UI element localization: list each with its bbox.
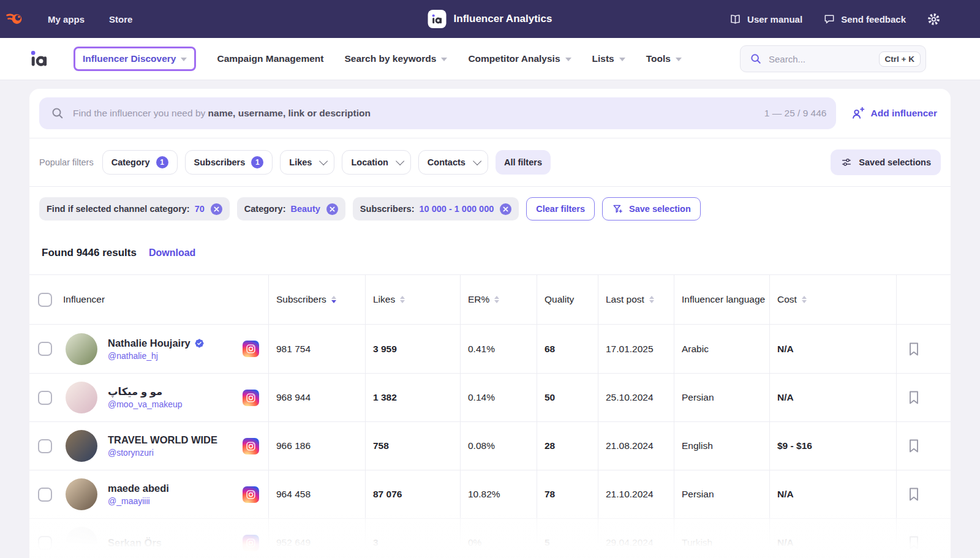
nav-item-lists[interactable]: Lists bbox=[592, 53, 625, 64]
cell-er: 0.41% bbox=[460, 325, 537, 373]
influencer-name[interactable]: مو و ميكاپ bbox=[108, 386, 162, 398]
nav-item-tools[interactable]: Tools bbox=[646, 53, 682, 64]
row-checkbox[interactable] bbox=[38, 391, 52, 405]
popular-filters-label: Popular filters bbox=[39, 157, 94, 167]
cell-cost: N/A bbox=[769, 470, 896, 518]
filter-chip-likes[interactable]: Likes bbox=[280, 150, 334, 175]
col-er[interactable]: ER% bbox=[460, 275, 537, 324]
cell-language: Persian bbox=[674, 374, 769, 421]
col-likes[interactable]: Likes bbox=[365, 275, 460, 324]
nav-item-competitor-analysis[interactable]: Competitor Analysis bbox=[468, 53, 571, 64]
ia-logo[interactable] bbox=[29, 49, 49, 69]
influencer-name[interactable]: maede abedi bbox=[108, 483, 169, 494]
influencer-username[interactable]: @_maayiiii bbox=[108, 496, 169, 506]
nav-item-influencer-discovery[interactable]: Influencer Discovery bbox=[74, 47, 196, 71]
semrush-logo[interactable] bbox=[6, 10, 23, 28]
saved-selections-button[interactable]: Saved selections bbox=[831, 149, 941, 175]
influencer-name[interactable]: Nathalie Houjairy bbox=[108, 337, 190, 349]
bookmark-icon[interactable] bbox=[908, 390, 920, 405]
remove-filter-icon[interactable] bbox=[500, 203, 511, 215]
col-influencer: Influencer bbox=[61, 275, 268, 324]
save-selection-button[interactable]: Save selection bbox=[602, 197, 701, 221]
instagram-icon[interactable] bbox=[243, 390, 259, 406]
row-checkbox[interactable] bbox=[38, 439, 52, 453]
shortcut-badge: Ctrl + K bbox=[879, 51, 921, 67]
instagram-icon[interactable] bbox=[243, 341, 259, 357]
avatar[interactable] bbox=[66, 382, 97, 413]
search-placeholder-prefix: Find the influencer you need by bbox=[73, 108, 208, 118]
book-icon bbox=[729, 13, 742, 26]
app-title: Influencer Analytics bbox=[454, 13, 552, 25]
filter-chip-location[interactable]: Location bbox=[342, 150, 410, 175]
topbar-item-store[interactable]: Store bbox=[109, 14, 132, 25]
influencer-name[interactable]: Serkan Örs bbox=[108, 537, 162, 549]
topbar-item-my-apps[interactable]: My apps bbox=[48, 14, 85, 25]
remove-filter-icon[interactable] bbox=[326, 203, 338, 215]
sort-icon bbox=[494, 296, 499, 303]
cell-cost: N/A bbox=[769, 325, 896, 373]
row-checkbox[interactable] bbox=[38, 488, 52, 502]
cell-likes: 3 bbox=[365, 519, 460, 558]
avatar[interactable] bbox=[66, 430, 97, 462]
cell-subscribers: 952 649 bbox=[268, 519, 365, 558]
search-icon bbox=[749, 52, 763, 66]
col-language: Influencer language bbox=[674, 275, 769, 324]
chevron-down-icon bbox=[473, 157, 481, 165]
filter-count-badge: 1 bbox=[251, 156, 263, 168]
cell-likes: 1 382 bbox=[365, 374, 460, 421]
instagram-icon[interactable] bbox=[243, 486, 259, 503]
cell-er: 0.14% bbox=[460, 374, 537, 421]
cell-likes: 758 bbox=[365, 422, 460, 470]
influencer-search-input[interactable]: Find the influencer you need by name, us… bbox=[39, 97, 836, 129]
instagram-icon[interactable] bbox=[243, 535, 259, 551]
sliders-icon bbox=[840, 156, 853, 168]
col-subscribers[interactable]: Subscribers bbox=[268, 275, 365, 324]
influencer-name[interactable]: TRAVEL WORLD WIDE bbox=[108, 434, 217, 446]
add-influencer-button[interactable]: Add influencer bbox=[847, 107, 941, 121]
nav-item-search-by-keywords[interactable]: Search by keywords bbox=[344, 53, 447, 64]
cell-er: 10.82% bbox=[460, 470, 537, 518]
instagram-icon[interactable] bbox=[243, 438, 259, 454]
avatar[interactable] bbox=[66, 333, 97, 365]
remove-filter-icon[interactable] bbox=[211, 203, 222, 215]
cell-language: English bbox=[674, 422, 769, 470]
settings-gear-icon[interactable] bbox=[927, 12, 941, 26]
bookmark-icon[interactable] bbox=[908, 535, 920, 550]
col-last-post[interactable]: Last post bbox=[598, 275, 674, 324]
bookmark-icon[interactable] bbox=[908, 342, 920, 356]
filter-chip-subscribers[interactable]: Subscribers 1 bbox=[185, 150, 273, 175]
cell-subscribers: 964 458 bbox=[268, 470, 365, 518]
send-feedback-link[interactable]: Send feedback bbox=[823, 13, 906, 25]
global-search-input[interactable]: Search... Ctrl + K bbox=[740, 45, 926, 72]
row-checkbox[interactable] bbox=[38, 342, 52, 356]
sort-icon bbox=[802, 296, 807, 303]
filter-count-badge: 1 bbox=[156, 156, 168, 168]
sort-icon-desc bbox=[331, 296, 336, 303]
cell-er: 0.08% bbox=[460, 422, 537, 470]
table-body: Nathalie Houjairy @nathalie_hj bbox=[29, 325, 951, 558]
influencer-username[interactable]: @moo_va_makeup bbox=[108, 399, 183, 409]
cell-cost: $9 - $16 bbox=[769, 422, 896, 470]
clear-filters-button[interactable]: Clear filters bbox=[526, 197, 595, 221]
cell-last-post: 21.10.2024 bbox=[598, 470, 674, 518]
cell-quality: 5 bbox=[537, 519, 598, 558]
download-link[interactable]: Download bbox=[149, 247, 195, 258]
filter-chip-category[interactable]: Category 1 bbox=[102, 150, 178, 175]
nav-item-campaign-management[interactable]: Campaign Management bbox=[217, 53, 323, 64]
row-checkbox[interactable] bbox=[38, 536, 52, 550]
cell-last-post: 21.08.2024 bbox=[598, 422, 674, 470]
col-cost[interactable]: Cost bbox=[769, 275, 896, 324]
bookmark-icon[interactable] bbox=[908, 487, 920, 502]
avatar[interactable] bbox=[66, 478, 97, 510]
influencer-username[interactable]: @nathalie_hj bbox=[108, 351, 205, 361]
avatar[interactable] bbox=[66, 527, 97, 558]
user-manual-link[interactable]: User manual bbox=[729, 13, 802, 26]
table-row: Nathalie Houjairy @nathalie_hj bbox=[29, 325, 951, 373]
filter-chip-contacts[interactable]: Contacts bbox=[418, 150, 488, 175]
cell-quality: 28 bbox=[537, 422, 598, 470]
influencer-username[interactable]: @storynzuri bbox=[108, 448, 217, 458]
bookmark-icon[interactable] bbox=[908, 439, 920, 453]
all-filters-button[interactable]: All filters bbox=[496, 150, 551, 175]
chevron-down-icon bbox=[676, 58, 682, 61]
select-all-checkbox[interactable] bbox=[38, 293, 52, 307]
